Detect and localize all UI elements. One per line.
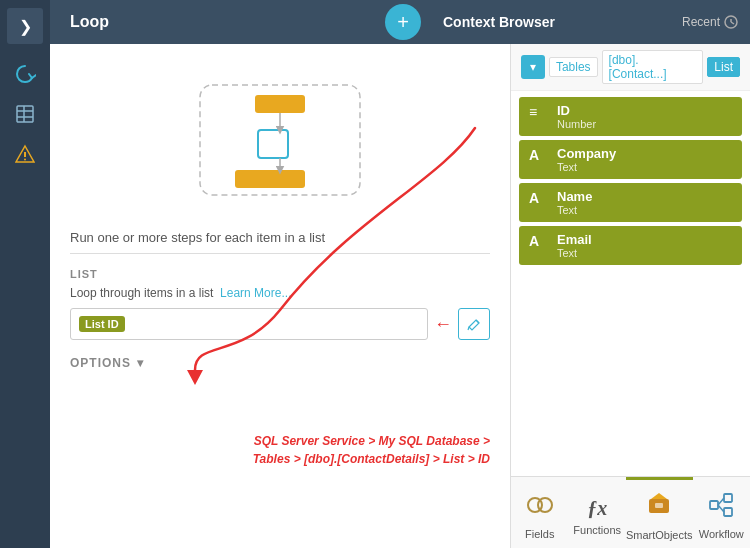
svg-rect-22 [655, 503, 663, 508]
context-browser-title: Context Browser [443, 14, 674, 30]
panels: Run one or more steps for each item in a… [50, 44, 750, 548]
flow-diagram [140, 70, 420, 210]
sidebar: ❯ [0, 0, 50, 548]
tab-fields[interactable]: Fields [511, 477, 568, 548]
smartobjects-icon [645, 491, 673, 525]
svg-point-6 [24, 159, 26, 161]
options-row[interactable]: OPTIONS ▾ [70, 356, 490, 370]
breadcrumb-row: ▾ Tables [dbo].[Contact...] List [511, 44, 750, 91]
pencil-icon [467, 317, 481, 331]
email-sublabel: Text [557, 247, 592, 259]
context-item-company[interactable]: A Company Text [519, 140, 742, 179]
loop-text: Loop through items in a list [70, 286, 213, 300]
svg-rect-0 [17, 106, 33, 122]
svg-line-16 [476, 320, 479, 323]
functions-label: Functions [573, 524, 621, 536]
list-input-field[interactable]: List ID [70, 308, 428, 340]
name-icon: A [529, 189, 549, 207]
add-button[interactable]: + [385, 4, 421, 40]
context-item-list: ≡ ID Number A Company Text A [511, 91, 750, 476]
email-label: Email [557, 232, 592, 247]
svg-rect-13 [235, 170, 305, 188]
svg-rect-24 [724, 494, 732, 502]
annotation-line2: Tables > [dbo].[ContactDetails] > List >… [253, 450, 490, 468]
tab-smartobjects[interactable]: SmartObjects [626, 477, 693, 548]
arrow-left-indicator: ← [434, 314, 452, 335]
left-panel: Run one or more steps for each item in a… [50, 44, 510, 548]
tab-workflow[interactable]: Workflow [693, 477, 750, 548]
context-item-name[interactable]: A Name Text [519, 183, 742, 222]
options-label: OPTIONS [70, 356, 131, 370]
annotation-line1: SQL Server Service > My SQL Database > [253, 432, 490, 450]
svg-point-19 [538, 498, 552, 512]
warning-icon [15, 144, 35, 164]
company-label: Company [557, 146, 616, 161]
name-label: Name [557, 189, 592, 204]
add-icon: + [397, 11, 409, 34]
svg-line-27 [718, 505, 724, 512]
sidebar-icon-loop[interactable] [7, 56, 43, 92]
breadcrumb-list[interactable]: List [707, 57, 740, 77]
list-icon: ≡ [529, 103, 549, 121]
context-item-name-text: Name Text [557, 189, 592, 216]
clock-icon [724, 15, 738, 29]
loop-icon [14, 63, 36, 85]
svg-rect-12 [258, 130, 288, 158]
fields-label: Fields [525, 528, 554, 540]
right-panel: ▾ Tables [dbo].[Contact...] List ≡ ID Nu… [510, 44, 750, 548]
section-list-label: LIST [70, 268, 490, 280]
arrow-icon: ❯ [19, 17, 32, 36]
sidebar-icon-warning[interactable] [7, 136, 43, 172]
id-label: ID [557, 103, 596, 118]
breadcrumb-back-button[interactable]: ▾ [521, 55, 545, 79]
context-item-email[interactable]: A Email Text [519, 226, 742, 265]
context-item-email-text: Email Text [557, 232, 592, 259]
svg-rect-23 [710, 501, 718, 509]
bottom-tabs: Fields ƒx Functions SmartObjects [511, 476, 750, 548]
name-sublabel: Text [557, 204, 592, 216]
recent-button[interactable]: Recent [682, 15, 738, 29]
functions-icon: ƒx [587, 497, 607, 520]
svg-line-17 [468, 327, 469, 330]
context-item-company-text: Company Text [557, 146, 616, 173]
breadcrumb-tables[interactable]: Tables [549, 57, 598, 77]
recent-label: Recent [682, 15, 720, 29]
company-icon: A [529, 146, 549, 164]
breadcrumb-contact[interactable]: [dbo].[Contact...] [602, 50, 704, 84]
context-item-id-text: ID Number [557, 103, 596, 130]
list-id-badge: List ID [79, 316, 125, 332]
svg-rect-25 [724, 508, 732, 516]
workflow-label: Workflow [699, 528, 744, 540]
workflow-icon [708, 492, 734, 524]
header-title: Loop [50, 13, 385, 31]
email-icon: A [529, 232, 549, 250]
options-chevron-icon: ▾ [137, 356, 144, 370]
svg-line-9 [731, 22, 734, 24]
main-area: Loop + Context Browser Recent [50, 0, 750, 548]
context-browser-header: Context Browser Recent [431, 0, 750, 44]
fields-icon [527, 492, 553, 524]
svg-marker-21 [651, 493, 667, 499]
svg-rect-11 [255, 95, 305, 113]
sidebar-collapse-button[interactable]: ❯ [7, 8, 43, 44]
annotation-text: SQL Server Service > My SQL Database > T… [253, 432, 490, 468]
sidebar-icon-table[interactable] [7, 96, 43, 132]
divider [70, 253, 490, 254]
description-text: Run one or more steps for each item in a… [70, 230, 490, 245]
main-header: Loop + Context Browser Recent [50, 0, 750, 44]
list-input-row: List ID ← [70, 308, 490, 340]
table-icon [15, 104, 35, 124]
edit-button[interactable] [458, 308, 490, 340]
company-sublabel: Text [557, 161, 616, 173]
learn-more-link[interactable]: Learn More... [220, 286, 291, 300]
id-sublabel: Number [557, 118, 596, 130]
context-item-id[interactable]: ≡ ID Number [519, 97, 742, 136]
diagram-area [70, 60, 490, 220]
tab-functions[interactable]: ƒx Functions [568, 477, 625, 548]
svg-line-26 [718, 498, 724, 505]
smartobjects-label: SmartObjects [626, 529, 693, 541]
sub-label: Loop through items in a list Learn More.… [70, 286, 490, 300]
